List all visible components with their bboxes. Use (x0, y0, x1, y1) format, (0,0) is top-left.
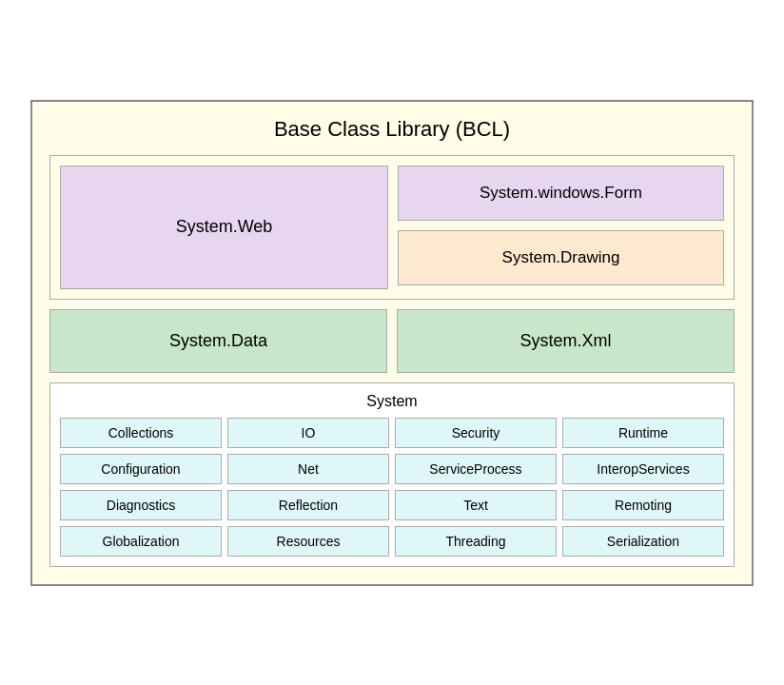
system-grid-cell: Globalization (60, 526, 222, 557)
system-section: System CollectionsIOSecurityRuntimeConfi… (49, 382, 735, 567)
system-grid-cell: IO (227, 418, 389, 448)
system-xml-label: System.Xml (519, 331, 611, 351)
system-grid-cell: ServiceProcess (395, 454, 557, 484)
system-drawing-box: System.Drawing (398, 230, 724, 285)
system-grid-cell: Remoting (562, 490, 724, 520)
system-section-label: System (60, 393, 724, 410)
system-grid-cell: Net (227, 454, 389, 484)
system-web-label: System.Web (176, 217, 273, 237)
system-grid-cell: Reflection (227, 490, 389, 520)
system-grid-cell: Serialization (562, 526, 724, 557)
system-grid-cell: Security (395, 418, 557, 448)
system-drawing-label: System.Drawing (502, 248, 620, 267)
bcl-title: Base Class Library (BCL) (49, 117, 735, 142)
system-winform-label: System.windows.Form (480, 184, 642, 203)
system-grid-cell: Text (395, 490, 557, 520)
system-grid-cell: Configuration (60, 454, 222, 484)
system-data-box: System.Data (49, 309, 387, 373)
top-section: System.Web System.windows.Form System.Dr… (49, 155, 735, 300)
system-data-label: System.Data (169, 331, 267, 351)
system-grid-cell: Resources (227, 526, 389, 557)
middle-section: System.Data System.Xml (49, 309, 735, 373)
system-grid-cell: InteropServices (562, 454, 724, 484)
bcl-container: Base Class Library (BCL) System.Web Syst… (30, 100, 754, 586)
system-grid-cell: Diagnostics (60, 490, 222, 520)
right-col: System.windows.Form System.Drawing (398, 166, 724, 289)
system-grid-cell: Collections (60, 418, 222, 448)
system-grid-cell: Runtime (562, 418, 724, 448)
system-xml-box: System.Xml (397, 309, 735, 373)
system-grid-cell: Threading (395, 526, 557, 557)
system-grid: CollectionsIOSecurityRuntimeConfiguratio… (60, 418, 724, 557)
system-web-box: System.Web (60, 166, 388, 289)
system-winform-box: System.windows.Form (398, 166, 724, 221)
